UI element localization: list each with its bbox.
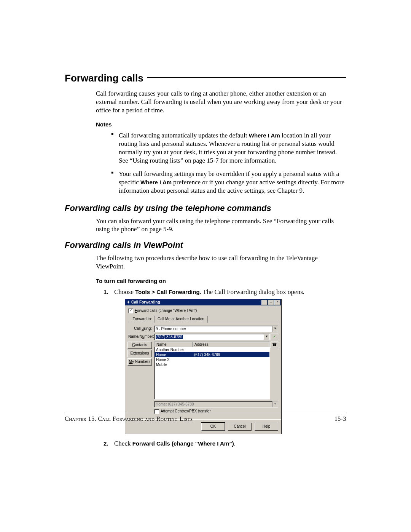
minimize-button[interactable]: _ xyxy=(261,300,268,305)
forward-calls-checkbox[interactable]: ✓ xyxy=(128,308,133,313)
name-number-field[interactable]: (617) 345-6789 ▼ xyxy=(154,334,270,340)
close-button[interactable]: × xyxy=(274,300,280,305)
procedure-label: To turn call forwarding on xyxy=(96,278,346,284)
forward-calls-label: Forward calls (change “Where I Am”) xyxy=(135,308,197,313)
heading-rule xyxy=(147,77,346,78)
footer-page-number: 15-3 xyxy=(335,415,346,422)
section-heading: Forwarding calls xyxy=(65,72,346,84)
selected-number-display[interactable]: Home: (617) 345-6789 ▼ xyxy=(154,401,278,407)
subheading-telephone-commands: Forwarding calls by using the telephone … xyxy=(65,203,346,213)
app-icon: ✦ xyxy=(127,300,130,305)
chevron-down-icon[interactable]: ▼ xyxy=(264,334,269,340)
note-item: Your call forwarding settings may be ove… xyxy=(111,170,346,195)
forward-to-label: Forward to: xyxy=(128,317,154,322)
maximize-button[interactable]: □ xyxy=(268,300,274,305)
step-item: Check Forward Calls (change “Where I Am”… xyxy=(104,439,346,448)
table-row[interactable]: Home 2 xyxy=(155,357,269,362)
dial-icon-button[interactable]: ☎ xyxy=(271,342,278,348)
extensions-button[interactable]: Extensions xyxy=(127,350,152,357)
step-item: Choose Tools > Call Forwarding. The Call… xyxy=(104,288,346,435)
where-i-am-term: Where I Am xyxy=(140,179,172,185)
where-i-am-term: Where I Am xyxy=(249,132,280,139)
menu-path: Tools > Call Forwarding xyxy=(135,289,199,295)
page-footer: Chapter 15. Call Forwarding and Routing … xyxy=(65,413,346,424)
column-header-name[interactable]: Name xyxy=(155,342,193,347)
tab-call-me[interactable]: Call Me at Another Location xyxy=(154,316,208,323)
sub1-paragraph: You can also forward your calls using th… xyxy=(96,217,346,234)
dialog-title: Call Forwarding xyxy=(131,300,261,305)
numbers-grid[interactable]: Name Address Another Number Home (617) 3… xyxy=(154,342,270,399)
table-row[interactable]: Another Number xyxy=(155,347,269,352)
column-header-address[interactable]: Address xyxy=(193,342,269,347)
subheading-viewpoint: Forwarding calls in ViewPoint xyxy=(65,240,346,250)
sub2-paragraph: The following two procedures describe ho… xyxy=(96,254,346,271)
help-button[interactable]: Help xyxy=(255,423,278,431)
name-number-label: Name/Number: xyxy=(128,334,154,339)
table-row[interactable]: Mobile xyxy=(155,362,269,367)
chevron-down-icon[interactable]: ▼ xyxy=(272,326,278,332)
call-using-combo[interactable]: 9 - Phone number ▼ xyxy=(154,326,278,332)
section-heading-text: Forwarding calls xyxy=(65,72,143,84)
chevron-down-icon[interactable]: ▼ xyxy=(272,401,278,407)
cancel-button[interactable]: Cancel xyxy=(228,423,252,431)
intro-paragraph: Call forwarding causes your calls to rin… xyxy=(96,89,346,114)
table-row[interactable]: Home (617) 345-6789 xyxy=(155,352,269,357)
option-name: Forward Calls (change “Where I Am”) xyxy=(132,440,234,447)
footer-rule xyxy=(65,413,346,413)
contacts-button[interactable]: Contacts xyxy=(127,342,152,349)
call-using-label: Call using: xyxy=(128,326,154,331)
footer-chapter: Chapter 15. Call Forwarding and Routing … xyxy=(65,415,193,422)
dialog-title-bar[interactable]: ✦ Call Forwarding _ □ × xyxy=(125,299,281,305)
check-icon-button[interactable]: ✓ xyxy=(271,334,278,340)
my-numbers-button[interactable]: My Numbers xyxy=(127,358,152,366)
note-item: Call forwarding automatically updates th… xyxy=(111,131,346,165)
notes-label: Notes xyxy=(96,121,346,128)
ok-button[interactable]: OK xyxy=(201,423,225,431)
